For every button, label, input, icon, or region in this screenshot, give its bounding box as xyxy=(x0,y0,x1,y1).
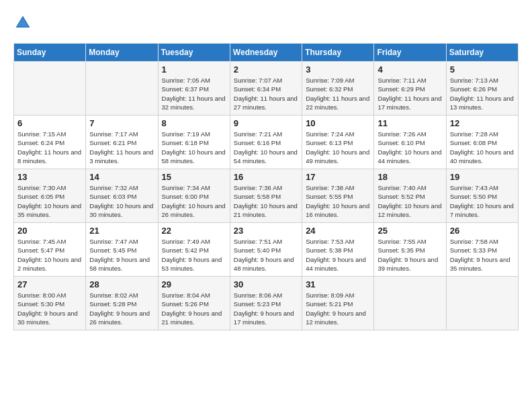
cell-info: Sunrise: 8:02 AMSunset: 5:28 PMDaylight:… xyxy=(89,291,154,326)
day-number: 6 xyxy=(17,118,82,128)
cell-info: Sunrise: 7:17 AMSunset: 6:21 PMDaylight:… xyxy=(89,130,154,165)
day-number: 17 xyxy=(306,172,370,182)
calendar-cell: 24Sunrise: 7:53 AMSunset: 5:38 PMDayligh… xyxy=(302,223,374,277)
calendar-cell: 22Sunrise: 7:49 AMSunset: 5:42 PMDayligh… xyxy=(158,223,230,277)
logo xyxy=(13,13,35,32)
day-header-saturday: Saturday xyxy=(446,44,518,62)
day-number: 28 xyxy=(89,279,154,289)
calendar-cell: 9Sunrise: 7:21 AMSunset: 6:16 PMDaylight… xyxy=(230,116,302,169)
calendar-cell: 13Sunrise: 7:30 AMSunset: 6:05 PMDayligh… xyxy=(14,169,86,223)
day-number: 16 xyxy=(234,172,298,182)
calendar-cell xyxy=(446,277,518,330)
day-header-monday: Monday xyxy=(86,44,158,62)
cell-info: Sunrise: 8:00 AMSunset: 5:30 PMDaylight:… xyxy=(17,291,82,326)
day-number: 11 xyxy=(378,118,442,128)
cell-info: Sunrise: 7:38 AMSunset: 5:55 PMDaylight:… xyxy=(306,183,370,219)
calendar-cell: 5Sunrise: 7:13 AMSunset: 6:26 PMDaylight… xyxy=(446,62,518,116)
cell-info: Sunrise: 7:32 AMSunset: 6:03 PMDaylight:… xyxy=(89,183,154,219)
calendar-cell: 17Sunrise: 7:38 AMSunset: 5:55 PMDayligh… xyxy=(302,169,374,223)
day-header-thursday: Thursday xyxy=(302,44,374,62)
day-number: 15 xyxy=(162,172,226,182)
calendar-cell: 21Sunrise: 7:47 AMSunset: 5:45 PMDayligh… xyxy=(86,223,158,277)
calendar-week-row: 20Sunrise: 7:45 AMSunset: 5:47 PMDayligh… xyxy=(14,223,519,277)
day-number: 8 xyxy=(162,118,226,128)
cell-info: Sunrise: 7:45 AMSunset: 5:47 PMDaylight:… xyxy=(17,237,82,273)
cell-info: Sunrise: 8:04 AMSunset: 5:26 PMDaylight:… xyxy=(162,291,226,326)
day-number: 14 xyxy=(89,172,154,182)
calendar-cell: 30Sunrise: 8:06 AMSunset: 5:23 PMDayligh… xyxy=(230,277,302,330)
day-number: 13 xyxy=(17,172,82,182)
calendar-cell: 28Sunrise: 8:02 AMSunset: 5:28 PMDayligh… xyxy=(86,277,158,330)
cell-info: Sunrise: 7:58 AMSunset: 5:33 PMDaylight:… xyxy=(450,237,515,273)
day-header-wednesday: Wednesday xyxy=(230,44,302,62)
day-number: 23 xyxy=(234,226,298,236)
cell-info: Sunrise: 7:07 AMSunset: 6:34 PMDaylight:… xyxy=(234,76,298,111)
calendar-cell: 8Sunrise: 7:19 AMSunset: 6:18 PMDaylight… xyxy=(158,116,230,169)
day-number: 26 xyxy=(450,226,515,236)
cell-info: Sunrise: 7:05 AMSunset: 6:37 PMDaylight:… xyxy=(162,76,226,111)
day-number: 20 xyxy=(17,226,82,236)
day-number: 27 xyxy=(17,279,82,289)
cell-info: Sunrise: 7:21 AMSunset: 6:16 PMDaylight:… xyxy=(234,130,298,165)
day-number: 24 xyxy=(306,226,370,236)
day-number: 21 xyxy=(89,226,154,236)
cell-info: Sunrise: 7:47 AMSunset: 5:45 PMDaylight:… xyxy=(89,237,154,273)
calendar-cell: 1Sunrise: 7:05 AMSunset: 6:37 PMDaylight… xyxy=(158,62,230,116)
cell-info: Sunrise: 7:49 AMSunset: 5:42 PMDaylight:… xyxy=(162,237,226,273)
cell-info: Sunrise: 7:24 AMSunset: 6:13 PMDaylight:… xyxy=(306,130,370,165)
day-number: 25 xyxy=(378,226,442,236)
cell-info: Sunrise: 8:09 AMSunset: 5:21 PMDaylight:… xyxy=(306,291,370,326)
cell-info: Sunrise: 7:28 AMSunset: 6:08 PMDaylight:… xyxy=(450,130,515,165)
day-number: 18 xyxy=(378,172,442,182)
calendar-cell: 18Sunrise: 7:40 AMSunset: 5:52 PMDayligh… xyxy=(374,169,446,223)
calendar-cell: 2Sunrise: 7:07 AMSunset: 6:34 PMDaylight… xyxy=(230,62,302,116)
day-number: 31 xyxy=(306,279,370,289)
cell-info: Sunrise: 7:40 AMSunset: 5:52 PMDaylight:… xyxy=(378,183,442,219)
cell-info: Sunrise: 7:43 AMSunset: 5:50 PMDaylight:… xyxy=(450,183,515,219)
cell-info: Sunrise: 7:53 AMSunset: 5:38 PMDaylight:… xyxy=(306,237,370,273)
day-number: 30 xyxy=(234,279,298,289)
day-number: 2 xyxy=(234,64,298,75)
calendar-cell: 6Sunrise: 7:15 AMSunset: 6:24 PMDaylight… xyxy=(14,116,86,169)
day-number: 12 xyxy=(450,118,515,128)
calendar-week-row: 27Sunrise: 8:00 AMSunset: 5:30 PMDayligh… xyxy=(14,277,519,330)
calendar-cell: 7Sunrise: 7:17 AMSunset: 6:21 PMDaylight… xyxy=(86,116,158,169)
calendar-cell: 11Sunrise: 7:26 AMSunset: 6:10 PMDayligh… xyxy=(374,116,446,169)
cell-info: Sunrise: 7:15 AMSunset: 6:24 PMDaylight:… xyxy=(17,130,82,165)
calendar-cell: 27Sunrise: 8:00 AMSunset: 5:30 PMDayligh… xyxy=(14,277,86,330)
calendar-cell: 26Sunrise: 7:58 AMSunset: 5:33 PMDayligh… xyxy=(446,223,518,277)
calendar-cell: 14Sunrise: 7:32 AMSunset: 6:03 PMDayligh… xyxy=(86,169,158,223)
day-number: 1 xyxy=(162,64,226,75)
day-number: 3 xyxy=(306,64,370,75)
cell-info: Sunrise: 7:36 AMSunset: 5:58 PMDaylight:… xyxy=(234,183,298,219)
calendar-cell xyxy=(374,277,446,330)
calendar-cell xyxy=(86,62,158,116)
cell-info: Sunrise: 7:34 AMSunset: 6:00 PMDaylight:… xyxy=(162,183,226,219)
calendar-cell: 16Sunrise: 7:36 AMSunset: 5:58 PMDayligh… xyxy=(230,169,302,223)
calendar-cell: 15Sunrise: 7:34 AMSunset: 6:00 PMDayligh… xyxy=(158,169,230,223)
logo-icon xyxy=(13,13,32,32)
cell-info: Sunrise: 7:55 AMSunset: 5:35 PMDaylight:… xyxy=(378,237,442,273)
calendar-cell xyxy=(14,62,86,116)
calendar-cell: 19Sunrise: 7:43 AMSunset: 5:50 PMDayligh… xyxy=(446,169,518,223)
calendar-header-row: SundayMondayTuesdayWednesdayThursdayFrid… xyxy=(14,44,519,62)
page-header xyxy=(13,13,519,32)
calendar-cell: 12Sunrise: 7:28 AMSunset: 6:08 PMDayligh… xyxy=(446,116,518,169)
cell-info: Sunrise: 7:19 AMSunset: 6:18 PMDaylight:… xyxy=(162,130,226,165)
day-header-tuesday: Tuesday xyxy=(158,44,230,62)
cell-info: Sunrise: 8:06 AMSunset: 5:23 PMDaylight:… xyxy=(234,291,298,326)
cell-info: Sunrise: 7:30 AMSunset: 6:05 PMDaylight:… xyxy=(17,183,82,219)
day-header-friday: Friday xyxy=(374,44,446,62)
day-number: 9 xyxy=(234,118,298,128)
calendar-cell: 4Sunrise: 7:11 AMSunset: 6:29 PMDaylight… xyxy=(374,62,446,116)
cell-info: Sunrise: 7:11 AMSunset: 6:29 PMDaylight:… xyxy=(378,76,442,111)
cell-info: Sunrise: 7:13 AMSunset: 6:26 PMDaylight:… xyxy=(450,76,515,111)
calendar-cell: 10Sunrise: 7:24 AMSunset: 6:13 PMDayligh… xyxy=(302,116,374,169)
calendar-week-row: 13Sunrise: 7:30 AMSunset: 6:05 PMDayligh… xyxy=(14,169,519,223)
calendar-cell: 29Sunrise: 8:04 AMSunset: 5:26 PMDayligh… xyxy=(158,277,230,330)
calendar-cell: 3Sunrise: 7:09 AMSunset: 6:32 PMDaylight… xyxy=(302,62,374,116)
calendar-cell: 25Sunrise: 7:55 AMSunset: 5:35 PMDayligh… xyxy=(374,223,446,277)
day-number: 7 xyxy=(89,118,154,128)
cell-info: Sunrise: 7:51 AMSunset: 5:40 PMDaylight:… xyxy=(234,237,298,273)
day-number: 5 xyxy=(450,64,515,75)
